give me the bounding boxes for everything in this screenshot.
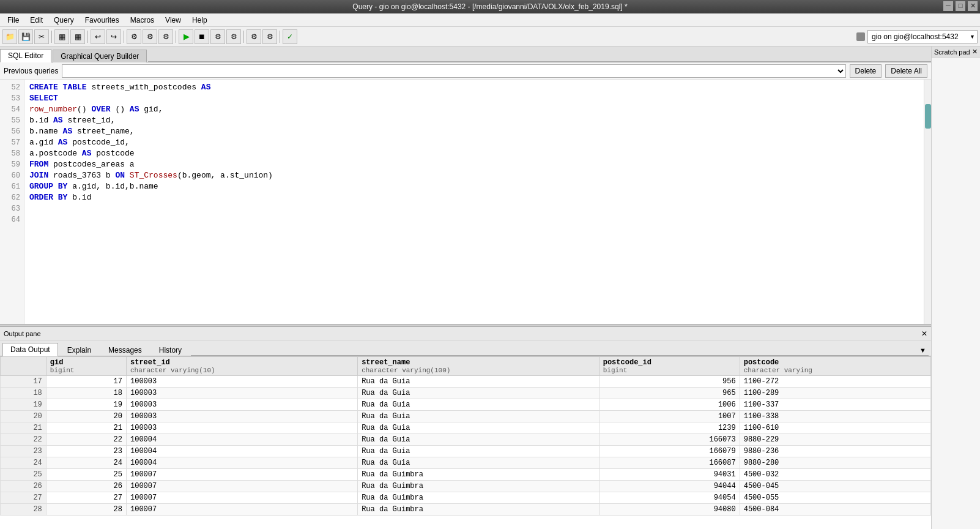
toolbar-sep-3 bbox=[124, 31, 124, 43]
line-num-61: 61 bbox=[0, 181, 24, 192]
cell-street-name: Rua da Guimbra bbox=[358, 469, 600, 481]
tab-history[interactable]: History bbox=[151, 343, 190, 356]
toolbar-run-btn[interactable]: ▶ bbox=[179, 29, 193, 44]
cell-rownum: 24 bbox=[1, 457, 46, 469]
toolbar-redo-btn[interactable]: ↪ bbox=[106, 29, 121, 44]
line-num-62: 62 bbox=[0, 192, 24, 203]
menu-item-macros[interactable]: Macros bbox=[125, 15, 159, 25]
cell-gid: 18 bbox=[46, 388, 126, 399]
menu-bar: FileEditQueryFavouritesMacrosViewHelp bbox=[0, 13, 980, 27]
cell-postcode: 9880-280 bbox=[740, 457, 930, 469]
toolbar-btn4[interactable]: ⚙ bbox=[127, 29, 141, 44]
data-table-wrapper[interactable]: gid bigint street_id character varying(1… bbox=[0, 356, 931, 529]
toolbar-sep-1 bbox=[51, 31, 52, 43]
toolbar-btn6[interactable]: ⚙ bbox=[158, 29, 173, 44]
cell-postcode-id: 94054 bbox=[599, 492, 740, 504]
scratch-pad-header: Scratch pad ✕ bbox=[932, 47, 980, 58]
cell-street-name: Rua da Guia bbox=[358, 446, 600, 457]
cell-gid: 25 bbox=[46, 469, 126, 481]
cell-gid: 23 bbox=[46, 446, 126, 457]
menu-item-file[interactable]: File bbox=[2, 15, 24, 25]
cell-rownum: 27 bbox=[1, 492, 46, 504]
cell-street-name: Rua da Guia bbox=[358, 411, 600, 422]
table-row: 17 17 100003 Rua da Guia 956 1100-272 bbox=[1, 376, 931, 388]
cell-postcode-id: 94031 bbox=[599, 469, 740, 481]
tab-graphical-query-builder[interactable]: Graphical Query Builder bbox=[53, 50, 147, 62]
cell-postcode: 1100-338 bbox=[740, 411, 930, 422]
menu-item-help[interactable]: Help bbox=[187, 15, 212, 25]
cell-gid: 19 bbox=[46, 399, 126, 411]
close-button[interactable]: ✕ bbox=[968, 1, 978, 11]
line-num-55: 55 bbox=[0, 115, 24, 126]
cell-street-name: Rua da Guia bbox=[358, 422, 600, 434]
cell-gid: 20 bbox=[46, 411, 126, 422]
toolbar-btn10[interactable]: ⚙ bbox=[262, 29, 277, 44]
toolbar-btn7[interactable]: ⚙ bbox=[210, 29, 225, 44]
cell-postcode-id: 166079 bbox=[599, 446, 740, 457]
prev-queries-select[interactable] bbox=[62, 64, 845, 78]
cell-postcode-id: 956 bbox=[599, 376, 740, 388]
toolbar-sep-2 bbox=[87, 31, 88, 43]
editor-scrollbar-thumb[interactable] bbox=[925, 104, 931, 129]
tab-explain[interactable]: Explain bbox=[59, 343, 99, 356]
prev-queries-bar: Previous queries Delete Delete All bbox=[0, 62, 931, 80]
toolbar-open-btn[interactable]: 📁 bbox=[2, 29, 17, 44]
cell-street-id: 100007 bbox=[127, 469, 358, 481]
scratch-pad-close-icon[interactable]: ✕ bbox=[972, 48, 978, 56]
cell-postcode: 4500-084 bbox=[740, 504, 930, 516]
menu-item-edit[interactable]: Edit bbox=[25, 15, 48, 25]
cell-postcode-id: 1006 bbox=[599, 399, 740, 411]
toolbar-btn8[interactable]: ⚙ bbox=[226, 29, 241, 44]
output-tabs-expand[interactable]: ▼ bbox=[917, 345, 929, 356]
cell-postcode: 1100-272 bbox=[740, 376, 930, 388]
toolbar-btn2[interactable]: ▦ bbox=[54, 29, 69, 44]
cell-rownum: 21 bbox=[1, 422, 46, 434]
toolbar-undo-btn[interactable]: ↩ bbox=[91, 29, 105, 44]
cell-postcode: 1100-289 bbox=[740, 388, 930, 399]
toolbar-btn9[interactable]: ⚙ bbox=[247, 29, 261, 44]
toolbar-stop-btn[interactable]: ⏹ bbox=[195, 29, 209, 44]
delete-all-button[interactable]: Delete All bbox=[885, 64, 927, 78]
data-table: gid bigint street_id character varying(1… bbox=[0, 356, 931, 516]
toolbar-sep-4 bbox=[176, 31, 176, 43]
table-row: 20 20 100003 Rua da Guia 1007 1100-338 bbox=[1, 411, 931, 422]
tab-messages[interactable]: Messages bbox=[100, 343, 150, 356]
delete-button[interactable]: Delete bbox=[850, 64, 882, 78]
menu-item-favourites[interactable]: Favourites bbox=[80, 15, 124, 25]
line-num-59: 59 bbox=[0, 159, 24, 170]
cell-street-id: 100007 bbox=[127, 504, 358, 516]
col-street-name-header: street_name character varying(100) bbox=[358, 357, 600, 376]
output-pane-close-icon[interactable]: ✕ bbox=[921, 329, 927, 338]
cell-street-id: 100003 bbox=[127, 376, 358, 388]
toolbar-cut-btn[interactable]: ✂ bbox=[34, 29, 49, 44]
code-editor[interactable]: 52535455565758596061626364 CREATE TABLE … bbox=[0, 80, 931, 324]
output-pane-label: Output pane bbox=[4, 330, 41, 337]
cell-street-name: Rua da Guimbra bbox=[358, 504, 600, 516]
minimize-button[interactable]: ─ bbox=[943, 1, 953, 11]
tab-sql-editor[interactable]: SQL Editor bbox=[0, 49, 51, 62]
connection-select[interactable]: gio on gio@localhost:5432 bbox=[867, 30, 978, 43]
cell-rownum: 28 bbox=[1, 504, 46, 516]
cell-gid: 22 bbox=[46, 434, 126, 446]
cell-rownum: 18 bbox=[1, 388, 46, 399]
connection-wrapper: gio on gio@localhost:5432 bbox=[856, 30, 978, 43]
cell-postcode: 1100-610 bbox=[740, 422, 930, 434]
toolbar-btn5[interactable]: ⚙ bbox=[143, 29, 157, 44]
editor-scrollbar[interactable] bbox=[924, 80, 931, 324]
toolbar-btn3[interactable]: ▦ bbox=[70, 29, 85, 44]
line-num-58: 58 bbox=[0, 148, 24, 159]
table-row: 23 23 100004 Rua da Guia 166079 9880-236 bbox=[1, 446, 931, 457]
output-tabs: Data Output Explain Messages History ▼ bbox=[0, 340, 931, 356]
table-row: 18 18 100003 Rua da Guia 965 1100-289 bbox=[1, 388, 931, 399]
toolbar-save-btn[interactable]: 💾 bbox=[18, 29, 33, 44]
cell-postcode: 4500-055 bbox=[740, 492, 930, 504]
scratch-pad: Scratch pad ✕ bbox=[931, 47, 980, 529]
menu-item-query[interactable]: Query bbox=[49, 15, 79, 25]
code-content[interactable]: CREATE TABLE streets_with_postcodes AS S… bbox=[24, 80, 924, 324]
cell-rownum: 19 bbox=[1, 399, 46, 411]
restore-button[interactable]: □ bbox=[956, 1, 965, 11]
cell-street-id: 100003 bbox=[127, 422, 358, 434]
menu-item-view[interactable]: View bbox=[160, 15, 186, 25]
toolbar-btn11[interactable]: ✓ bbox=[283, 29, 297, 44]
tab-data-output[interactable]: Data Output bbox=[2, 343, 58, 356]
